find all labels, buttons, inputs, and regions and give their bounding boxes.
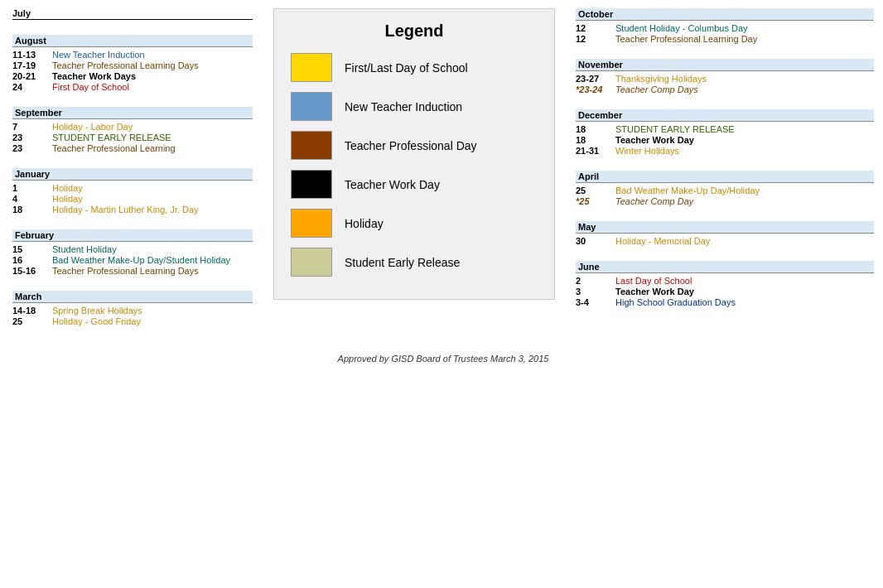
event-text: First Day of School	[52, 82, 129, 92]
legend-color-orange	[291, 209, 332, 238]
month-section-february: February15Student Holiday16Bad Weather M…	[12, 229, 253, 276]
event-date: 4	[12, 194, 46, 204]
month-section-july: July	[12, 8, 253, 20]
event-text: Holiday - Memorial Day	[615, 236, 710, 246]
legend-box: Legend First/Last Day of SchoolNew Teach…	[273, 8, 555, 300]
event-date: *23-24	[576, 84, 609, 94]
event-date: 12	[576, 34, 609, 44]
month-header: September	[12, 107, 253, 119]
event-text: Teacher Professional Learning Days	[52, 266, 199, 276]
event-text: Bad Weather Make-Up Day/Student Holiday	[52, 255, 230, 265]
month-header: November	[576, 59, 874, 71]
month-header: April	[576, 171, 874, 183]
center-column: Legend First/Last Day of SchoolNew Teach…	[261, 8, 567, 341]
event-text: Spring Break Holidays	[52, 306, 142, 316]
month-header: October	[576, 8, 874, 21]
event-text: Teacher Work Days	[52, 71, 136, 81]
month-header: January	[12, 168, 253, 181]
event-row: 24First Day of School	[12, 82, 253, 92]
event-row: 16Bad Weather Make-Up Day/Student Holida…	[12, 255, 253, 265]
legend-label-orange: Holiday	[345, 217, 384, 230]
event-text: Teacher Work Day	[615, 287, 694, 296]
event-row: *23-24Teacher Comp Days	[576, 84, 874, 94]
month-section-may: May30Holiday - Memorial Day	[576, 221, 874, 246]
month-header: December	[576, 109, 874, 122]
event-date: 15	[12, 244, 46, 254]
event-text: STUDENT EARLY RELEASE	[52, 133, 171, 142]
event-date: 18	[576, 135, 609, 145]
event-row: 3Teacher Work Day	[576, 287, 874, 296]
event-date: 17-19	[12, 60, 46, 70]
event-row: 20-21Teacher Work Days	[12, 71, 253, 81]
event-row: 30Holiday - Memorial Day	[576, 236, 874, 246]
event-text: Teacher Professional Learning Day	[615, 34, 757, 44]
event-date: 25	[576, 186, 609, 195]
legend-item-orange: Holiday	[291, 209, 538, 238]
event-text: New Teacher Induction	[52, 50, 145, 60]
legend-color-lightgreen	[291, 248, 332, 277]
legend-item-brown: Teacher Professional Day	[291, 131, 538, 160]
event-row: 23STUDENT EARLY RELEASE	[12, 133, 253, 142]
legend-label-black: Teacher Work Day	[345, 178, 440, 191]
event-row: 25Holiday - Good Friday	[12, 316, 253, 326]
month-header: February	[12, 229, 253, 242]
month-section-october: October12Student Holiday - Columbus Day1…	[576, 8, 874, 44]
event-date: 23	[12, 143, 46, 153]
event-text: Teacher Professional Learning Days	[52, 60, 199, 70]
event-date: 18	[576, 124, 609, 134]
event-date: 20-21	[12, 71, 46, 81]
month-section-march: March14-18Spring Break Holidays25Holiday…	[12, 291, 253, 326]
event-text: High School Graduation Days	[615, 297, 736, 307]
event-text: Teacher Work Day	[615, 135, 694, 145]
month-header: August	[12, 35, 253, 47]
event-text: Holiday	[52, 183, 83, 193]
event-row: 21-31Winter Holidays	[576, 146, 874, 156]
event-text: Holiday - Labor Day	[52, 122, 133, 132]
event-row: 15Student Holiday	[12, 244, 253, 254]
event-date: 2	[576, 276, 609, 286]
month-section-april: April25Bad Weather Make-Up Day/Holiday*2…	[576, 171, 874, 206]
event-text: Bad Weather Make-Up Day/Holiday	[615, 186, 760, 195]
event-text: Student Holiday - Columbus Day	[615, 23, 748, 33]
legend-item-black: Teacher Work Day	[291, 170, 538, 199]
event-row: 4Holiday	[12, 194, 253, 204]
event-row: 23-27Thanksgiving Holidays	[576, 74, 874, 84]
event-date: 25	[12, 316, 46, 326]
month-section-november: November23-27Thanksgiving Holidays*23-24…	[576, 59, 874, 94]
footer: Approved by GISD Board of Trustees March…	[12, 349, 874, 364]
footer-text: Approved by GISD Board of Trustees March…	[338, 354, 549, 364]
legend-label-yellow: First/Last Day of School	[345, 61, 468, 75]
event-date: 3-4	[576, 297, 609, 307]
month-header: June	[576, 261, 874, 273]
event-row: 25Bad Weather Make-Up Day/Holiday	[576, 186, 874, 195]
event-date: 3	[576, 287, 609, 296]
month-section-september: September7Holiday - Labor Day23STUDENT E…	[12, 107, 253, 153]
event-row: 3-4High School Graduation Days	[576, 297, 874, 307]
event-row: 12Student Holiday - Columbus Day	[576, 23, 874, 33]
legend-label-brown: Teacher Professional Day	[345, 139, 477, 152]
event-row: 12Teacher Professional Learning Day	[576, 34, 874, 44]
event-row: 18Teacher Work Day	[576, 135, 874, 145]
event-date: *25	[576, 196, 609, 206]
legend-color-black	[291, 170, 332, 199]
event-text: Teacher Comp Day	[615, 196, 693, 206]
event-row: 2Last Day of School	[576, 276, 874, 286]
legend-item-blue: New Teacher Induction	[291, 92, 538, 121]
event-text: Teacher Comp Days	[615, 84, 698, 94]
event-text: Holiday - Good Friday	[52, 316, 141, 326]
event-row: 18Holiday - Martin Luther King, Jr. Day	[12, 205, 253, 214]
month-header: May	[576, 221, 874, 234]
event-text: Teacher Professional Learning	[52, 143, 176, 153]
event-row: 11-13New Teacher Induction	[12, 50, 253, 60]
event-date: 12	[576, 23, 609, 33]
event-text: Winter Holidays	[615, 146, 679, 156]
legend-color-brown	[291, 131, 332, 160]
legend-color-blue	[291, 92, 332, 121]
month-header: July	[12, 8, 253, 20]
event-text: STUDENT EARLY RELEASE	[615, 124, 735, 134]
event-text: Last Day of School	[615, 276, 692, 286]
event-date: 21-31	[576, 146, 609, 156]
month-section-january: January1Holiday4Holiday18Holiday - Marti…	[12, 168, 253, 214]
event-date: 30	[576, 236, 609, 246]
event-date: 1	[12, 183, 46, 193]
